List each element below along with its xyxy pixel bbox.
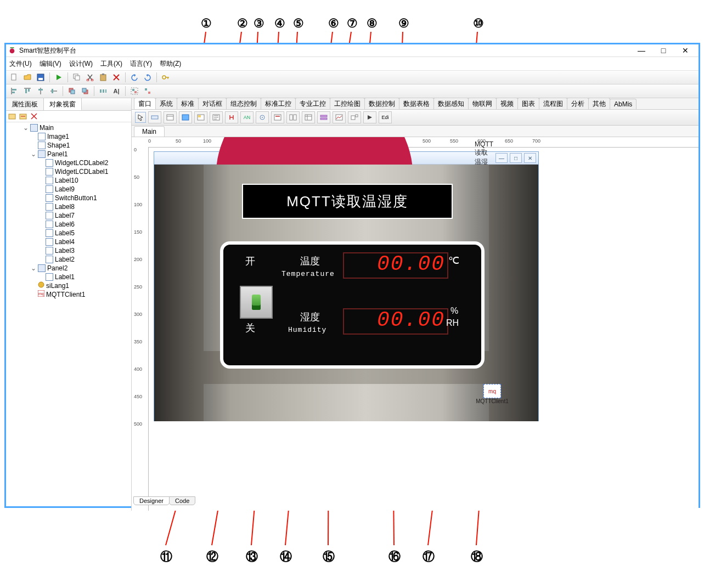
tree-item-Label9[interactable]: Label9 [16, 185, 130, 194]
comp-5[interactable] [210, 111, 223, 123]
tree-item-SwitchButton1[interactable]: SwitchButton1 [16, 194, 130, 202]
ungroup-button[interactable] [142, 85, 154, 97]
tree-item-Image1[interactable]: Image1 [16, 132, 130, 141]
tab-props[interactable]: 属性面板 [6, 98, 44, 110]
comp-tab-3[interactable]: 对话框 [198, 98, 227, 110]
delete-button[interactable] [110, 71, 122, 83]
comp-tab-15[interactable]: 分析 [567, 98, 589, 110]
form-min-button[interactable]: — [495, 153, 508, 163]
tree-item-Label3[interactable]: Label3 [16, 246, 130, 255]
titlebar[interactable]: Smart智慧控制平台 — □ ✕ [6, 44, 699, 57]
tree-item-Main[interactable]: ⌄Main [16, 123, 130, 132]
tree-item-Label5[interactable]: Label5 [16, 229, 130, 238]
tree-item-MQTTClient1[interactable]: mqMQTTClient1 [16, 290, 130, 299]
comp-tab-16[interactable]: 其他 [588, 98, 610, 110]
tree-item-Label4[interactable]: Label4 [16, 238, 130, 246]
comp-7[interactable]: AN [240, 111, 254, 123]
menu-help[interactable]: 帮助(Z) [160, 59, 181, 69]
comp-10[interactable] [286, 111, 300, 123]
comp-12[interactable] [317, 111, 330, 123]
object-tree[interactable]: ⌄MainImage1Shape1⌄Panel1WidgetLCDLabel2W… [6, 122, 131, 511]
comp-tab-4[interactable]: 组态控制 [226, 98, 261, 110]
run-button[interactable] [53, 71, 65, 83]
new-button[interactable] [8, 71, 20, 83]
align-top-button[interactable] [21, 85, 33, 97]
comp-9[interactable] [271, 111, 284, 123]
menu-language[interactable]: 语言(Y) [130, 59, 152, 69]
tab-designer[interactable]: Designer [133, 496, 170, 505]
tree-item-Panel1[interactable]: ⌄Panel1 [16, 150, 130, 159]
undo-button[interactable] [128, 71, 140, 83]
tab-object-view[interactable]: 对象视窗 [44, 98, 82, 110]
comp-14[interactable] [348, 111, 361, 123]
comp-tab-8[interactable]: 数据控制 [364, 98, 399, 110]
tab-code[interactable]: Code [169, 496, 195, 505]
comp-tab-1[interactable]: 系统 [155, 98, 177, 110]
tree-item-Label7[interactable]: Label7 [16, 211, 130, 220]
comp-tab-13[interactable]: 图表 [517, 98, 539, 110]
comp-11[interactable] [302, 111, 315, 123]
tree-item-Shape1[interactable]: Shape1 [16, 141, 130, 150]
save-button[interactable] [35, 71, 47, 83]
tree-item-Label1[interactable]: Label1 [16, 273, 130, 281]
comp-tab-0[interactable]: 窗口 [134, 98, 156, 110]
window-min-button[interactable]: — [630, 46, 652, 55]
menu-tools[interactable]: 工具(X) [100, 59, 122, 69]
mqttclient1-component[interactable]: mq MQTTClient1 [476, 384, 509, 404]
redo-button[interactable] [142, 71, 154, 83]
tree-refresh-icon[interactable] [30, 112, 38, 120]
comp-tab-10[interactable]: 数据感知 [433, 98, 469, 110]
comp-1[interactable] [148, 111, 161, 123]
comp-tab-2[interactable]: 标准 [177, 98, 199, 110]
comp-4[interactable] [194, 111, 207, 123]
comp-tab-12[interactable]: 视频 [496, 98, 518, 110]
tree-expand-icon[interactable] [8, 112, 16, 120]
comp-tab-11[interactable]: 物联网 [468, 98, 497, 110]
comp-2[interactable] [164, 111, 177, 123]
comp-15[interactable] [363, 111, 376, 123]
tree-collapse-icon[interactable] [19, 112, 27, 120]
tree-item-Label10[interactable]: Label10 [16, 176, 130, 185]
form-close-button[interactable]: ✕ [524, 153, 536, 163]
text-tool-button[interactable]: A| [110, 85, 122, 97]
cut-button[interactable] [84, 71, 96, 83]
tree-item-WidgetLCDLabel2[interactable]: WidgetLCDLabel2 [16, 159, 130, 167]
window-close-button[interactable]: ✕ [674, 46, 696, 55]
align-left-button[interactable] [8, 85, 20, 97]
menu-file[interactable]: 文件(U) [9, 59, 32, 69]
pointer-tool[interactable] [135, 112, 146, 123]
comp-tab-14[interactable]: 流程图 [539, 98, 567, 110]
window-max-button[interactable]: □ [652, 46, 674, 55]
group-button[interactable] [128, 85, 140, 97]
menu-edit[interactable]: 编辑(V) [40, 59, 61, 69]
tree-item-Label8[interactable]: Label8 [16, 202, 130, 211]
tree-item-siLang1[interactable]: siLang1 [16, 281, 130, 290]
design-canvas[interactable]: 0501001502002503003504004505005506006507… [132, 137, 699, 511]
comp-tab-7[interactable]: 工控绘图 [330, 98, 365, 110]
tree-item-WidgetLCDLabel1[interactable]: WidgetLCDLabel1 [16, 167, 130, 176]
comp-tab-5[interactable]: 标准工控 [261, 98, 296, 110]
copy-button[interactable] [71, 71, 83, 83]
align-middle-button[interactable] [48, 85, 60, 97]
tree-item-Label6[interactable]: Label6 [16, 220, 130, 229]
send-back-button[interactable] [79, 85, 91, 97]
comp-6[interactable] [225, 111, 238, 123]
align-center-button[interactable] [35, 85, 47, 97]
key-button[interactable] [160, 71, 172, 83]
comp-tab-6[interactable]: 专业工控 [295, 98, 330, 110]
switchbutton1[interactable] [240, 286, 273, 319]
form-max-button[interactable]: □ [510, 153, 522, 163]
tree-item-Panel2[interactable]: ⌄Panel2 [16, 264, 130, 273]
distribute-h-button[interactable] [97, 85, 109, 97]
paste-button[interactable] [97, 71, 109, 83]
comp-3[interactable] [179, 111, 192, 123]
tab-main-page[interactable]: Main [134, 126, 165, 137]
tree-item-Label2[interactable]: Label2 [16, 255, 130, 264]
bring-front-button[interactable] [66, 85, 78, 97]
comp-13[interactable] [333, 111, 346, 123]
form-titlebar[interactable]: MQTT读取温湿度 — □ ✕ [154, 152, 538, 165]
comp-tab-17[interactable]: AbMis [610, 99, 637, 109]
open-button[interactable] [21, 71, 33, 83]
comp-tab-9[interactable]: 数据表格 [399, 98, 434, 110]
menu-design[interactable]: 设计(W) [69, 59, 93, 69]
